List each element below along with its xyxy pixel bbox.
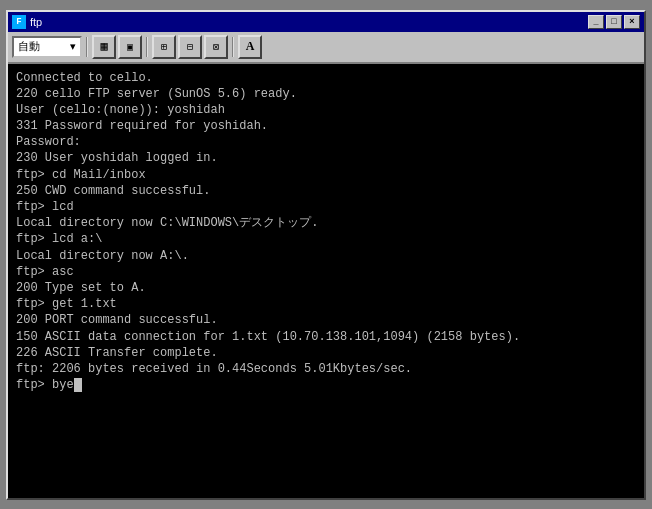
terminal-line: 150 ASCII data connection for 1.txt (10.…: [16, 329, 636, 345]
toolbar-separator-3: [232, 37, 234, 57]
toolbar-btn-expand[interactable]: ⊞: [152, 35, 176, 59]
toolbar-btn-delete[interactable]: ⊠: [204, 35, 228, 59]
minimize-button[interactable]: _: [588, 15, 604, 29]
grid-icon: ▦: [100, 39, 107, 54]
maximize-button[interactable]: □: [606, 15, 622, 29]
terminal-line: 230 User yoshidah logged in.: [16, 150, 636, 166]
terminal[interactable]: Connected to cello.220 cello FTP server …: [8, 64, 644, 498]
terminal-line: 220 cello FTP server (SunOS 5.6) ready.: [16, 86, 636, 102]
terminal-cursor: [74, 378, 82, 392]
toolbar-btn-font[interactable]: A: [238, 35, 262, 59]
toolbar-separator-1: [86, 37, 88, 57]
title-bar-buttons: _ □ ×: [588, 15, 640, 29]
terminal-line: ftp> asc: [16, 264, 636, 280]
font-icon: A: [246, 39, 255, 54]
ftp-window: F ftp _ □ × 自動 ▾ ▦ ▣ ⊞ ⊟ ⊠: [6, 10, 646, 500]
terminal-line: ftp> cd Mail/inbox: [16, 167, 636, 183]
toolbar-btn-copy[interactable]: ▣: [118, 35, 142, 59]
toolbar-dropdown[interactable]: 自動 ▾: [12, 36, 82, 58]
dropdown-arrow-icon: ▾: [70, 40, 76, 53]
terminal-line: Connected to cello.: [16, 70, 636, 86]
terminal-line: User (cello:(none)): yoshidah: [16, 102, 636, 118]
collapse-icon: ⊟: [187, 41, 193, 53]
terminal-line: 331 Password required for yoshidah.: [16, 118, 636, 134]
terminal-line: 200 Type set to A.: [16, 280, 636, 296]
terminal-line: Password:: [16, 134, 636, 150]
terminal-line: Local directory now A:\.: [16, 248, 636, 264]
terminal-line: ftp> lcd: [16, 199, 636, 215]
terminal-line: Local directory now C:\WINDOWS\デスクトップ.: [16, 215, 636, 231]
terminal-line: ftp> lcd a:\: [16, 231, 636, 247]
toolbar-btn-collapse[interactable]: ⊟: [178, 35, 202, 59]
window-title: ftp: [30, 16, 42, 28]
terminal-line: ftp: 2206 bytes received in 0.44Seconds …: [16, 361, 636, 377]
toolbar: 自動 ▾ ▦ ▣ ⊞ ⊟ ⊠ A: [8, 32, 644, 64]
toolbar-separator-2: [146, 37, 148, 57]
terminal-line: 226 ASCII Transfer complete.: [16, 345, 636, 361]
close-button[interactable]: ×: [624, 15, 640, 29]
delete-icon: ⊠: [213, 41, 219, 53]
title-bar: F ftp _ □ ×: [8, 12, 644, 32]
window-icon: F: [12, 15, 26, 29]
dropdown-label: 自動: [18, 39, 40, 54]
terminal-line: ftp> bye: [16, 377, 636, 393]
expand-icon: ⊞: [161, 41, 167, 53]
terminal-line: 200 PORT command successful.: [16, 312, 636, 328]
title-bar-left: F ftp: [12, 15, 42, 29]
toolbar-btn-grid[interactable]: ▦: [92, 35, 116, 59]
terminal-line: ftp> get 1.txt: [16, 296, 636, 312]
terminal-line: 250 CWD command successful.: [16, 183, 636, 199]
copy-icon: ▣: [127, 41, 133, 53]
